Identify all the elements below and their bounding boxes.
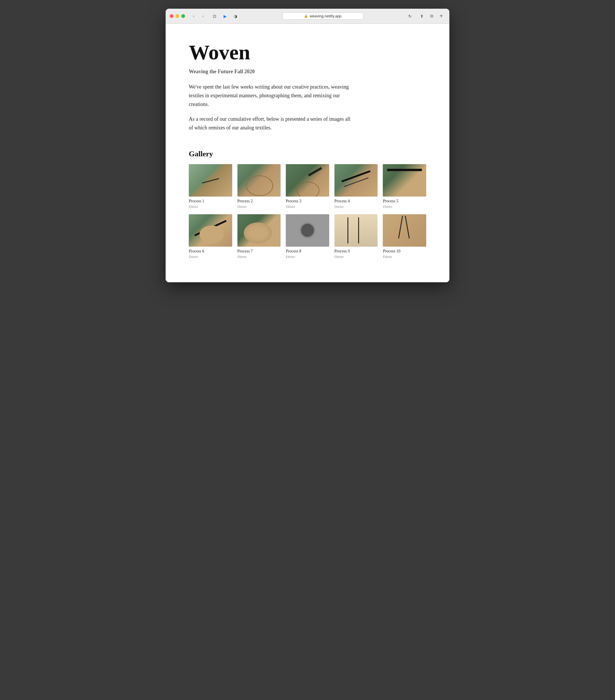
address-bar-container: 🔒 weaving.netlify.app [243, 12, 403, 20]
gallery-image-4 [334, 164, 378, 197]
gallery-item-author-2: Dieter [237, 204, 281, 209]
traffic-lights [170, 14, 185, 18]
gallery-item-author-1: Dieter [189, 204, 232, 209]
gallery-item-author-7: Dieter [237, 254, 281, 259]
page-subtitle: Weaving the Future Fall 2020 [189, 68, 426, 75]
gallery-item-6[interactable]: Process 6 Dieter [189, 214, 232, 259]
sidebar-toggle-button[interactable]: ⊡ [210, 12, 219, 20]
gallery-item-4[interactable]: Process 4 Dieter [334, 164, 378, 209]
gallery-item-9[interactable]: Process 9 Dieter [334, 214, 378, 259]
gallery-image-7 [237, 214, 281, 247]
body-paragraph-2: As a record of our cumulative effort, be… [189, 115, 351, 132]
gallery-item-author-10: Dieter [383, 254, 426, 259]
gallery-title: Gallery [189, 150, 426, 158]
gallery-item-author-6: Dieter [189, 254, 232, 259]
reload-button[interactable]: ↻ [405, 12, 415, 20]
gallery-item-author-5: Dieter [383, 204, 426, 209]
gallery-item-8[interactable]: Process 8 Dieter [286, 214, 329, 259]
lock-icon: 🔒 [304, 14, 308, 18]
gallery-item-label-4: Process 4 [334, 199, 378, 203]
nav-buttons: ‹ › [190, 12, 207, 20]
gallery-item-5[interactable]: Process 5 Dieter [383, 164, 426, 209]
gallery-item-label-9: Process 9 [334, 249, 378, 254]
toolbar-icons: ⊡ ▶ ◑ [210, 12, 240, 20]
gallery-item-2[interactable]: Process 2 Dieter [237, 164, 281, 209]
gallery-item-label-1: Process 1 [189, 199, 232, 203]
new-tab-button[interactable]: + [437, 12, 445, 20]
titlebar: ‹ › ⊡ ▶ ◑ 🔒 weaving.netlify.app ↻ ⬆ ⧉ + [165, 9, 450, 24]
page-body: We've spent the last few weeks writing a… [189, 83, 426, 132]
browser-window: ‹ › ⊡ ▶ ◑ 🔒 weaving.netlify.app ↻ ⬆ ⧉ + … [165, 9, 450, 282]
gallery-item-author-3: Dieter [286, 204, 329, 209]
play-button[interactable]: ▶ [220, 12, 230, 20]
gallery-item-label-8: Process 8 [286, 249, 329, 254]
back-button[interactable]: ‹ [190, 12, 198, 20]
right-actions: ⬆ ⧉ + [418, 12, 445, 20]
gallery-item-label-6: Process 6 [189, 249, 232, 254]
gallery-item-label-5: Process 5 [383, 199, 426, 203]
gallery-image-9 [334, 214, 378, 247]
gallery-item-author-9: Dieter [334, 254, 378, 259]
gallery-image-8 [286, 214, 329, 247]
gallery-section: Gallery Process 1 Dieter Process 2 Diete… [189, 150, 426, 259]
gallery-item-author-8: Dieter [286, 254, 329, 259]
gallery-item-label-10: Process 10 [383, 249, 426, 254]
gallery-item-3[interactable]: Process 3 Dieter [286, 164, 329, 209]
share-button[interactable]: ⬆ [418, 12, 426, 20]
url-text: weaving.netlify.app [310, 14, 342, 18]
gallery-image-2 [237, 164, 281, 197]
gallery-grid: Process 1 Dieter Process 2 Dieter Proces… [189, 164, 426, 259]
minimize-button[interactable] [175, 14, 179, 18]
address-bar[interactable]: 🔒 weaving.netlify.app [282, 12, 364, 20]
gallery-item-label-7: Process 7 [237, 249, 281, 254]
gallery-image-1 [189, 164, 232, 197]
page-content: Woven Weaving the Future Fall 2020 We've… [165, 24, 450, 282]
gallery-item-author-4: Dieter [334, 204, 378, 209]
gallery-image-5 [383, 164, 426, 197]
gallery-image-6 [189, 214, 232, 247]
gallery-item-label-2: Process 2 [237, 199, 281, 203]
body-paragraph-1: We've spent the last few weeks writing a… [189, 83, 351, 109]
page-title: Woven [189, 41, 426, 64]
tabs-button[interactable]: ⧉ [427, 12, 436, 20]
gallery-item-label-3: Process 3 [286, 199, 329, 203]
forward-button[interactable]: › [199, 12, 207, 20]
gallery-item-7[interactable]: Process 7 Dieter [237, 214, 281, 259]
gallery-item-1[interactable]: Process 1 Dieter [189, 164, 232, 209]
gallery-image-10 [383, 214, 426, 247]
gallery-image-3 [286, 164, 329, 197]
close-button[interactable] [170, 14, 173, 18]
shield-button[interactable]: ◑ [231, 12, 240, 20]
gallery-item-10[interactable]: Process 10 Dieter [383, 214, 426, 259]
fullscreen-button[interactable] [181, 14, 185, 18]
